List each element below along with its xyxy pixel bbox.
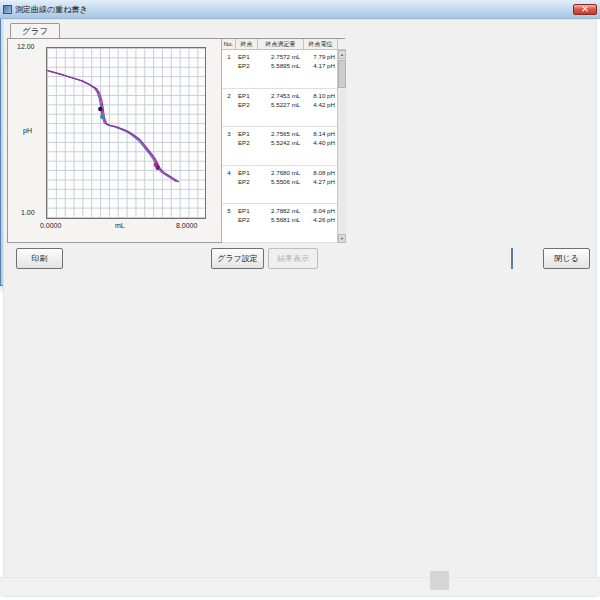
- endpoint-no: 1: [222, 50, 236, 88]
- scroll-up-icon[interactable]: ▲: [338, 50, 346, 59]
- endpoint-no: 2: [222, 89, 236, 127]
- endpoint-volumes: 2.7680 mL5.5506 mL: [258, 166, 304, 204]
- column-header[interactable]: 終点: [236, 39, 258, 49]
- overlay-window: 測定曲線の重ね書き グラフ 12.00 pH 1.00 0.0000 mL 8.…: [0, 0, 352, 286]
- ep-name: EP2: [238, 138, 258, 147]
- endpoint-table-rows: 1EP1EP22.7572 mL5.5895 mL7.79 pH4.17 pH2…: [222, 50, 337, 243]
- ep-potential: 4.40 pH: [303, 138, 335, 147]
- print-button[interactable]: 印刷: [16, 248, 63, 269]
- ep-volume: 2.7680 mL: [258, 168, 301, 177]
- overlay-body: グラフ 12.00 pH 1.00 0.0000 mL 8.0000 No.終点…: [3, 19, 597, 597]
- ep-volume: 2.7882 mL: [258, 206, 301, 215]
- endpoint-row[interactable]: 3EP1EP22.7565 mL5.5242 mL8.14 pH4.40 pH: [222, 127, 337, 166]
- graph-tab-panel: 12.00 pH 1.00 0.0000 mL 8.0000 No.終点終点滴定…: [7, 38, 345, 243]
- endpoint-names: EP1EP2: [236, 89, 258, 127]
- endpoint-table-header: No.終点終点滴定量終点電位: [222, 39, 346, 50]
- x-axis-label: mL: [115, 222, 125, 229]
- ep-name: EP1: [238, 52, 258, 61]
- endpoint-row[interactable]: 4EP1EP22.7680 mL5.5506 mL8.08 pH4.27 pH: [222, 166, 337, 205]
- titration-curves: [47, 48, 205, 218]
- ep-potential: 7.79 pH: [303, 52, 335, 61]
- ep-volume: 5.5506 mL: [258, 177, 301, 186]
- scroll-thumb[interactable]: [338, 60, 346, 88]
- ep-volume: 5.5227 mL: [258, 100, 301, 109]
- ep-volume: 5.5242 mL: [258, 138, 301, 147]
- endpoint-volumes: 2.7882 mL5.5681 mL: [258, 204, 304, 242]
- ep-name: EP1: [238, 129, 258, 138]
- endpoint-names: EP1EP2: [236, 166, 258, 204]
- endpoint-marker: [155, 166, 159, 170]
- ep-volume: 2.7453 mL: [258, 91, 301, 100]
- endpoint-potentials: 8.10 pH4.42 pH: [303, 89, 337, 127]
- ep-name: EP2: [238, 215, 258, 224]
- endpoint-potentials: 7.79 pH4.17 pH: [303, 50, 337, 88]
- x-axis-max-label: 8.0000: [176, 222, 197, 229]
- scroll-down-icon[interactable]: ▼: [338, 234, 346, 243]
- result-view-button: 結果表示: [268, 248, 318, 269]
- close-dialog-button[interactable]: 閉じる: [543, 248, 590, 269]
- endpoint-marker: [98, 107, 102, 111]
- ep-volume: 2.7565 mL: [258, 129, 301, 138]
- column-header[interactable]: 終点電位: [304, 39, 338, 49]
- endpoint-volumes: 2.7565 mL5.5242 mL: [258, 127, 304, 165]
- ep-name: EP1: [238, 206, 258, 215]
- ep-name: EP2: [238, 100, 258, 109]
- graph-settings-button[interactable]: グラフ設定: [211, 248, 264, 269]
- ep-name: EP2: [238, 61, 258, 70]
- endpoint-potentials: 8.04 pH4.26 pH: [303, 204, 337, 242]
- endpoint-row[interactable]: 1EP1EP22.7572 mL5.5895 mL7.79 pH4.17 pH: [222, 50, 337, 89]
- ep-volume: 5.5681 mL: [258, 215, 301, 224]
- close-icon[interactable]: [573, 4, 597, 15]
- dialog-icon: [3, 5, 12, 14]
- y-axis-label: pH: [23, 127, 32, 134]
- ep-potential: 8.10 pH: [303, 91, 335, 100]
- endpoint-volumes: 2.7453 mL5.5227 mL: [258, 89, 304, 127]
- ep-name: EP1: [238, 91, 258, 100]
- overlay-titlebar[interactable]: 測定曲線の重ね書き: [0, 0, 600, 19]
- ep-name: EP1: [238, 168, 258, 177]
- x-axis-min-label: 0.0000: [40, 222, 61, 229]
- y-axis-max-label: 12.00: [17, 43, 35, 50]
- endpoint-marker: [100, 115, 104, 119]
- ep-potential: 4.26 pH: [303, 215, 335, 224]
- endpoint-table[interactable]: No.終点終点滴定量終点電位 1EP1EP22.7572 mL5.5895 mL…: [221, 39, 346, 243]
- bottom-strip: [0, 577, 600, 596]
- endpoint-potentials: 8.08 pH4.27 pH: [303, 166, 337, 204]
- overlay-window-controls: [573, 4, 597, 15]
- ep-potential: 4.17 pH: [303, 61, 335, 70]
- table-scrollbar[interactable]: ▲ ▼: [337, 50, 346, 243]
- ep-potential: 8.08 pH: [303, 168, 335, 177]
- ep-volume: 5.5895 mL: [258, 61, 301, 70]
- titration-chart: 12.00 pH 1.00 0.0000 mL 8.0000: [10, 41, 218, 240]
- ep-potential: 8.04 pH: [303, 206, 335, 215]
- endpoint-row[interactable]: 5EP1EP22.7882 mL5.5681 mL8.04 pH4.26 pH: [222, 204, 337, 243]
- ep-name: EP2: [238, 177, 258, 186]
- overlay-window-title: 測定曲線の重ね書き: [15, 4, 573, 15]
- ep-potential: 4.27 pH: [303, 177, 335, 186]
- column-header[interactable]: No.: [222, 39, 236, 49]
- desktop: MKC610572(124528)30301174312.rvc - 解析プログ…: [0, 0, 600, 600]
- y-axis-min-label: 1.00: [21, 209, 35, 216]
- endpoint-row[interactable]: 2EP1EP22.7453 mL5.5227 mL8.10 pH4.42 pH: [222, 89, 337, 128]
- endpoint-no: 5: [222, 204, 236, 242]
- series-測定3: [49, 71, 178, 182]
- ep-potential: 8.14 pH: [303, 129, 335, 138]
- bottom-strip-square: [430, 571, 449, 590]
- dialog-buttons: 印刷 グラフ設定 結果表示 閉じる: [4, 248, 596, 272]
- column-header[interactable]: 終点滴定量: [258, 39, 304, 49]
- ep-potential: 4.42 pH: [303, 100, 335, 109]
- endpoint-potentials: 8.14 pH4.40 pH: [303, 127, 337, 165]
- window-edge-artifact: [511, 248, 513, 269]
- endpoint-names: EP1EP2: [236, 127, 258, 165]
- endpoint-volumes: 2.7572 mL5.5895 mL: [258, 50, 304, 88]
- tab-graph[interactable]: グラフ: [10, 23, 60, 38]
- ep-volume: 2.7572 mL: [258, 52, 301, 61]
- endpoint-names: EP1EP2: [236, 204, 258, 242]
- endpoint-no: 4: [222, 166, 236, 204]
- endpoint-no: 3: [222, 127, 236, 165]
- titration-chart-plot: [46, 47, 206, 219]
- endpoint-names: EP1EP2: [236, 50, 258, 88]
